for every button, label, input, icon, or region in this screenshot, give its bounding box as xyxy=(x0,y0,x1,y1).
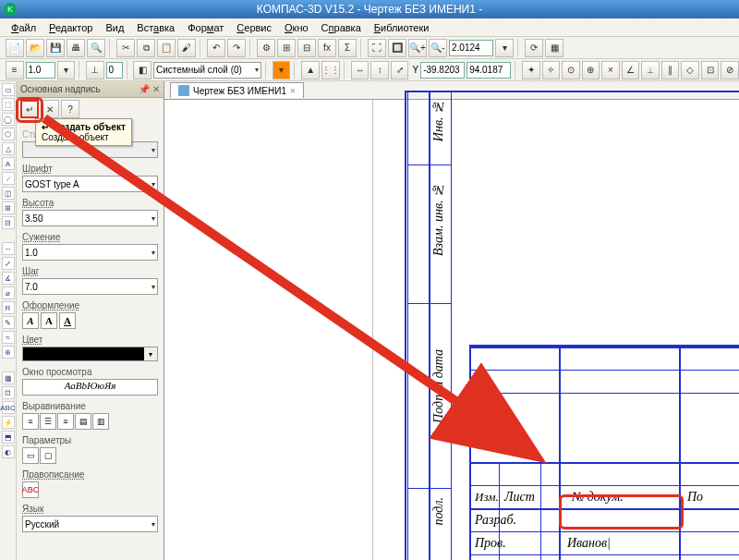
tool2-icon[interactable]: ⊞ xyxy=(277,39,296,57)
lt-icon[interactable]: ⊟ xyxy=(2,216,15,229)
osnap4-icon[interactable]: ⊕ xyxy=(582,61,600,79)
align-center-button[interactable]: ☰ xyxy=(40,413,56,430)
lt-icon[interactable]: ⬚ xyxy=(2,98,15,111)
layer-combo[interactable]: Системный слой (0)▾ xyxy=(153,62,261,79)
dim3-icon[interactable]: ⤢ xyxy=(391,61,409,79)
osnap6-icon[interactable]: ∠ xyxy=(622,61,640,79)
lt-icon[interactable]: ⚡ xyxy=(2,416,15,429)
menu-libs[interactable]: Библиотеки xyxy=(369,20,435,35)
lineweight-input[interactable] xyxy=(26,62,55,79)
height-combo[interactable]: 3.50▾ xyxy=(22,210,158,226)
cancel-button[interactable]: ✕ xyxy=(41,100,59,118)
align-left-button[interactable]: ≡ xyxy=(22,413,39,430)
align-justify-button[interactable]: ▤ xyxy=(75,413,91,430)
lt-icon[interactable]: ⌀ xyxy=(2,286,15,299)
font-combo[interactable]: GOST type A▾ xyxy=(22,176,158,192)
param1-button[interactable]: ▭ xyxy=(22,447,39,464)
color-swatch[interactable]: ▾ xyxy=(22,347,158,361)
lt-icon[interactable]: ⊕ xyxy=(2,346,15,359)
refresh-icon[interactable]: ⟳ xyxy=(525,39,543,57)
lt-icon[interactable]: ◐ xyxy=(2,445,15,458)
lt-icon[interactable]: ABC xyxy=(2,401,15,414)
osnap3-icon[interactable]: ⊙ xyxy=(562,61,580,79)
lt-icon[interactable]: ↔ xyxy=(2,242,15,255)
lang-combo[interactable]: Русский▾ xyxy=(22,516,158,532)
chevron-down-icon[interactable]: ▾ xyxy=(495,39,514,57)
print-icon[interactable]: 🖶 xyxy=(67,39,85,57)
cut-icon[interactable]: ✂ xyxy=(116,39,135,57)
osnap10-icon[interactable]: ⊡ xyxy=(701,61,720,79)
redo-icon[interactable]: ↷ xyxy=(227,39,246,57)
lt-icon[interactable]: ∡ xyxy=(2,272,15,285)
zoom-out-icon[interactable]: 🔍- xyxy=(429,39,447,57)
menu-file[interactable]: Файл xyxy=(6,20,42,35)
lt-icon[interactable]: ▭ xyxy=(2,83,15,96)
open-icon[interactable]: 📂 xyxy=(26,39,44,57)
align-right-button[interactable]: ≡ xyxy=(57,413,74,430)
lt-icon[interactable]: ⟋ xyxy=(2,172,15,185)
lt-icon[interactable]: ⤢ xyxy=(2,257,15,270)
menu-help[interactable]: Справка xyxy=(316,20,367,35)
tool3-icon[interactable]: ⊟ xyxy=(297,39,316,57)
osnap8-icon[interactable]: ∥ xyxy=(661,61,680,79)
ortho-icon[interactable]: ⊥ xyxy=(86,61,104,79)
lt-icon[interactable]: ⊡ xyxy=(2,386,15,399)
lt-icon[interactable]: ⬒ xyxy=(2,431,15,444)
italic-button[interactable]: A xyxy=(22,312,39,329)
zoom-value-input[interactable] xyxy=(449,40,493,56)
close-tab-icon[interactable]: × xyxy=(290,86,296,96)
lt-icon[interactable]: ◫ xyxy=(2,187,15,200)
lt-icon[interactable]: ≈ xyxy=(2,331,15,344)
document-tab[interactable]: Чертеж БЕЗ ИМЕНИ1 × xyxy=(170,82,304,98)
lt-icon[interactable]: ◯ xyxy=(2,113,15,126)
save-icon[interactable]: 💾 xyxy=(46,39,65,57)
menu-edit[interactable]: Редактор xyxy=(43,20,98,35)
tool-icon[interactable]: ⚙ xyxy=(257,39,275,57)
preview-icon[interactable]: 🔍 xyxy=(87,39,105,57)
dim2-icon[interactable]: ↕ xyxy=(370,61,389,79)
color-dropdown-icon[interactable]: ▾ xyxy=(273,61,291,79)
lt-icon[interactable]: A xyxy=(2,157,15,170)
brush-icon[interactable]: 🖌 xyxy=(177,39,196,57)
pin-icon[interactable]: 📌 ✕ xyxy=(139,84,160,94)
menu-service[interactable]: Сервис xyxy=(231,20,277,35)
undo-icon[interactable]: ↶ xyxy=(207,39,225,57)
line-style-icon[interactable]: ≡ xyxy=(6,61,24,79)
copy-icon[interactable]: ⧉ xyxy=(137,39,155,57)
zoom-fit-icon[interactable]: ⛶ xyxy=(368,39,386,57)
align-5-button[interactable]: ▥ xyxy=(92,413,109,430)
spellcheck-button[interactable]: ABC xyxy=(22,481,39,498)
bold-button[interactable]: A xyxy=(41,312,57,329)
lt-icon[interactable]: ✎ xyxy=(2,316,15,329)
angle-input[interactable] xyxy=(106,62,123,79)
zoom-win-icon[interactable]: 🔲 xyxy=(388,39,406,57)
tool5-icon[interactable]: Σ xyxy=(338,39,357,57)
lt-icon[interactable]: △ xyxy=(2,142,15,155)
lt-icon[interactable]: ▦ xyxy=(2,371,15,384)
coord-y-input[interactable] xyxy=(466,62,511,79)
name-input-cell[interactable]: Иванов| xyxy=(563,531,674,554)
create-object-button[interactable]: ↵ xyxy=(20,100,39,118)
lt-icon[interactable]: ⊞ xyxy=(2,201,15,214)
menu-format[interactable]: Формат xyxy=(182,20,229,35)
menu-insert[interactable]: Вставка xyxy=(131,20,180,35)
chevron-down-icon[interactable]: ▾ xyxy=(57,61,76,79)
param2-button[interactable]: ▢ xyxy=(40,447,56,464)
menu-window[interactable]: Окно xyxy=(279,20,314,35)
step-combo[interactable]: 7.0▾ xyxy=(22,278,158,295)
osnap9-icon[interactable]: ◇ xyxy=(681,61,699,79)
coord-x-input[interactable] xyxy=(420,62,465,79)
zoom-in-icon[interactable]: 🔍+ xyxy=(408,39,427,57)
osnap5-icon[interactable]: × xyxy=(601,61,620,79)
osnap11-icon[interactable]: ⊘ xyxy=(721,61,739,79)
osnap1-icon[interactable]: ✦ xyxy=(522,61,540,79)
menu-view[interactable]: Вид xyxy=(100,20,129,35)
narrow-combo[interactable]: 1.0▾ xyxy=(22,244,158,261)
osnap7-icon[interactable]: ⟂ xyxy=(641,61,660,79)
layer-icon[interactable]: ◧ xyxy=(133,61,151,79)
snap2-icon[interactable]: ⋮⋮ xyxy=(321,61,340,79)
canvas-area[interactable]: Чертеж БЕЗ ИМЕНИ1 × Инв. № Взам. инв. № … xyxy=(164,81,739,560)
help-button[interactable]: ? xyxy=(61,100,79,118)
underline-button[interactable]: A xyxy=(59,312,76,329)
paste-icon[interactable]: 📋 xyxy=(157,39,176,57)
